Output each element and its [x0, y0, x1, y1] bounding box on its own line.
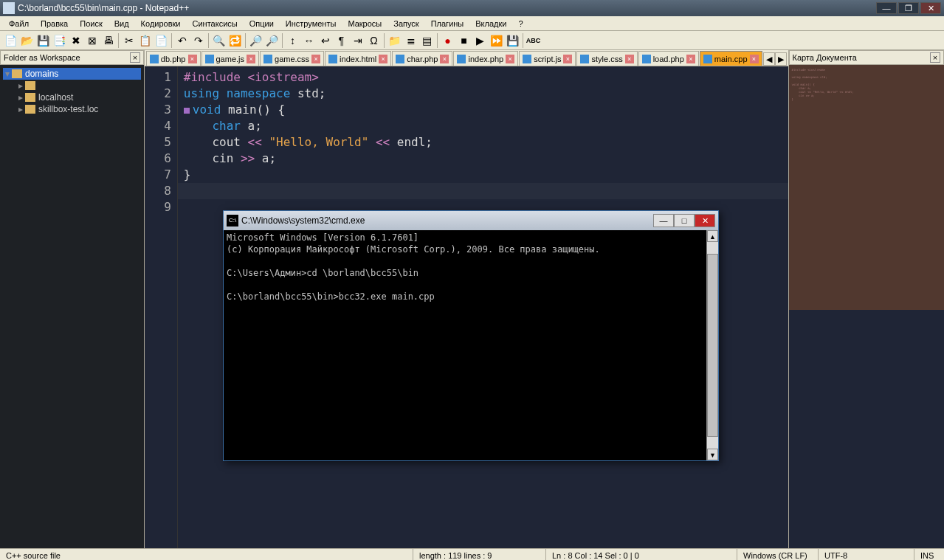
new-file-icon[interactable]: 📄	[3, 32, 18, 48]
tab-main-cpp[interactable]: main.cpp×	[700, 51, 762, 66]
status-encoding[interactable]: UTF-8	[819, 549, 914, 560]
zoom-out-icon[interactable]: 🔎	[264, 32, 280, 48]
menu-search[interactable]: Поиск	[74, 18, 108, 30]
print-icon[interactable]: 🖶	[100, 32, 116, 48]
tab-close-icon[interactable]: ×	[440, 55, 449, 63]
cmd-scrollbar[interactable]: ▲ ▼	[706, 230, 718, 460]
func-list-icon[interactable]: ≣	[403, 32, 418, 48]
menu-view[interactable]: Вид	[108, 18, 135, 30]
save-icon[interactable]: 💾	[35, 32, 51, 48]
undo-icon[interactable]: ↶	[174, 32, 190, 48]
find-icon[interactable]: 🔍	[211, 32, 227, 48]
paste-icon[interactable]: 📄	[154, 32, 169, 48]
tab-close-icon[interactable]: ×	[625, 55, 634, 63]
menu-help[interactable]: ?	[512, 18, 528, 30]
close-file-icon[interactable]: ✖	[68, 32, 83, 48]
tab-close-icon[interactable]: ×	[750, 55, 759, 63]
line-number: 3	[145, 102, 171, 118]
tree-item[interactable]: ▸ localhost	[3, 91, 141, 103]
cmd-output[interactable]: Microsoft Windows [Version 6.1.7601] (c)…	[224, 230, 706, 460]
tab-close-icon[interactable]: ×	[247, 55, 255, 63]
cmd-close-button[interactable]: ✕	[695, 214, 715, 227]
scroll-up-icon[interactable]: ▲	[707, 230, 718, 242]
close-all-icon[interactable]: ⊠	[84, 32, 100, 48]
cmd-titlebar[interactable]: C:\ C:\Windows\system32\cmd.exe — □ ✕	[224, 211, 718, 230]
tab-close-icon[interactable]: ×	[311, 55, 320, 63]
tab-script-js[interactable]: script.js×	[519, 51, 576, 66]
file-icon	[523, 55, 531, 63]
menu-tabs[interactable]: Вкладки	[469, 18, 512, 30]
folder-tree[interactable]: ▾ domains ▸ ▸ localhost ▸ skillbox-test.…	[0, 65, 144, 548]
menu-macros[interactable]: Макросы	[342, 18, 387, 30]
play-multi-icon[interactable]: ⏩	[489, 32, 504, 48]
tab-db-php[interactable]: db.php×	[146, 51, 201, 66]
play-icon[interactable]: ▶	[472, 32, 488, 48]
chars-icon[interactable]: ¶	[334, 32, 349, 48]
sync-v-icon[interactable]: ↕	[285, 32, 300, 48]
menu-plugins[interactable]: Плагины	[425, 18, 470, 30]
tab-close-icon[interactable]: ×	[506, 55, 514, 63]
menu-options[interactable]: Опции	[244, 18, 280, 30]
panel-close-icon[interactable]: ×	[130, 52, 140, 63]
minimap[interactable]: #include <iostream> using namespace std;…	[789, 65, 945, 310]
copy-icon[interactable]: 📋	[137, 32, 153, 48]
menu-encoding[interactable]: Кодировки	[135, 18, 187, 30]
expand-icon[interactable]: ▸	[16, 104, 25, 114]
cmd-maximize-button[interactable]: □	[674, 214, 695, 227]
tab-load-php[interactable]: load.php×	[638, 51, 699, 66]
spell-icon[interactable]: ABC	[526, 32, 541, 48]
menu-run[interactable]: Запуск	[387, 18, 424, 30]
status-eol[interactable]: Windows (CR LF)	[737, 549, 819, 560]
maximize-button[interactable]: ❐	[898, 2, 919, 14]
tab-index-html[interactable]: index.html×	[325, 51, 391, 66]
expand-icon[interactable]: ▸	[16, 80, 25, 91]
wrap-icon[interactable]: ↩	[317, 32, 333, 48]
tree-root[interactable]: ▾ domains	[3, 68, 141, 80]
cut-icon[interactable]: ✂	[121, 32, 137, 48]
cmd-minimize-button[interactable]: —	[653, 214, 674, 227]
tab-char-php[interactable]: char.php×	[392, 51, 452, 66]
scroll-thumb[interactable]	[707, 254, 718, 437]
cmd-window[interactable]: C:\ C:\Windows\system32\cmd.exe — □ ✕ Mi…	[223, 210, 719, 461]
indent-icon[interactable]: ⇥	[350, 32, 365, 48]
status-bar: C++ source file length : 119 lines : 9 L…	[0, 548, 944, 560]
zoom-in-icon[interactable]: 🔎	[248, 32, 263, 48]
save-macro-icon[interactable]: 💾	[505, 32, 520, 48]
open-file-icon[interactable]: 📂	[19, 32, 35, 48]
tree-item[interactable]: ▸	[3, 80, 141, 91]
tab-prev-icon[interactable]: ◀	[763, 52, 775, 66]
lang-icon[interactable]: Ω	[366, 32, 382, 48]
tab-index-php[interactable]: index.php×	[453, 51, 518, 66]
docmap-icon[interactable]: ▤	[419, 32, 435, 48]
tree-item[interactable]: ▸ skillbox-test.loc	[3, 103, 141, 115]
tab-close-icon[interactable]: ×	[563, 55, 572, 63]
tab-close-icon[interactable]: ×	[686, 55, 695, 63]
menu-syntax[interactable]: Синтаксисы	[187, 18, 244, 30]
record-icon[interactable]: ●	[440, 32, 455, 48]
tab-close-icon[interactable]: ×	[188, 55, 197, 63]
sync-h-icon[interactable]: ↔	[301, 32, 317, 48]
stop-icon[interactable]: ■	[456, 32, 472, 48]
tab-style-css[interactable]: style.css×	[576, 51, 637, 66]
scroll-down-icon[interactable]: ▼	[707, 449, 718, 460]
status-insert-mode[interactable]: INS	[914, 549, 944, 560]
tab-close-icon[interactable]: ×	[379, 55, 387, 63]
menu-file[interactable]: Файл	[3, 18, 35, 30]
expand-icon[interactable]: ▸	[16, 92, 25, 103]
line-number: 7	[145, 167, 171, 183]
window-title: C:\borland\bcc55\bin\main.cpp - Notepad+…	[18, 3, 189, 13]
menu-tools[interactable]: Инструменты	[280, 18, 342, 30]
minimize-button[interactable]: —	[876, 2, 897, 14]
save-all-icon[interactable]: 📑	[52, 32, 67, 48]
tab-next-icon[interactable]: ▶	[775, 52, 787, 66]
tab-game-css[interactable]: game.css×	[260, 51, 324, 66]
fold-icon[interactable]	[184, 108, 190, 114]
panel-close-icon[interactable]: ×	[930, 52, 940, 63]
redo-icon[interactable]: ↷	[190, 32, 206, 48]
collapse-icon[interactable]: ▾	[3, 69, 12, 79]
menu-edit[interactable]: Правка	[35, 18, 74, 30]
tab-game-js[interactable]: game.js×	[201, 51, 260, 66]
replace-icon[interactable]: 🔁	[227, 32, 243, 48]
folder-icon[interactable]: 📁	[387, 32, 402, 48]
close-button[interactable]: ✕	[920, 2, 941, 14]
